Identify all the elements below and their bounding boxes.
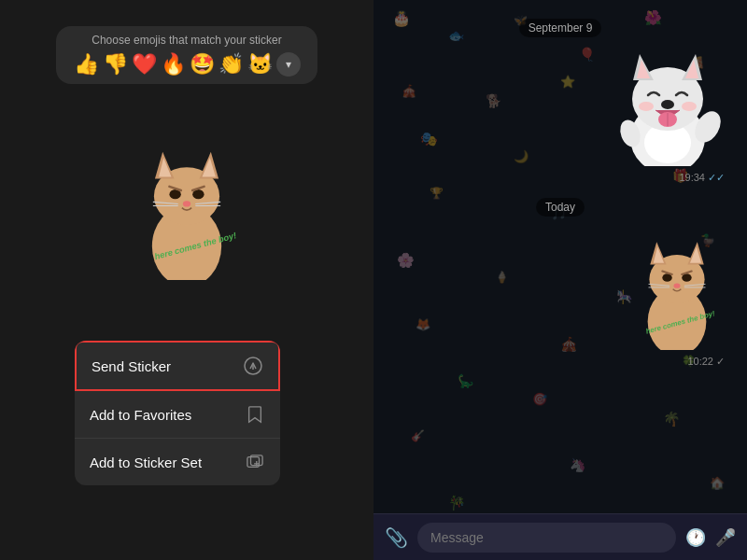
husky-message: 19:34 ✓✓ — [392, 45, 728, 184]
svg-point-10 — [183, 201, 190, 206]
mic-icon[interactable]: 🎤 — [715, 527, 736, 548]
emoji-heart[interactable]: ❤️ — [132, 52, 157, 77]
context-menu: Send Sticker Add to Favorites Add to Sti… — [75, 341, 280, 485]
emoji-picker-label: Choose emojis that match your sticker — [92, 34, 281, 47]
emoji-cat[interactable]: 🐱 — [247, 52, 273, 77]
svg-point-33 — [682, 102, 697, 111]
message-input[interactable] — [417, 523, 676, 553]
svg-point-32 — [639, 102, 654, 111]
emoji-picker[interactable]: Choose emojis that match your sticker 👍 … — [56, 26, 317, 84]
add-to-sticker-set-icon — [245, 452, 265, 472]
chat-area: September 9 — [374, 0, 747, 513]
cat-message: here comes the boy! 10:22 ✓ — [392, 224, 728, 368]
add-to-sticker-set-item[interactable]: Add to Sticker Set — [75, 439, 280, 485]
cat-sticker-svg: here comes the boy! — [131, 131, 243, 280]
send-sticker-label: Send Sticker — [92, 358, 171, 374]
husky-sticker-svg — [607, 45, 728, 166]
cat-sticker-chat-container: here comes the boy! — [626, 224, 728, 354]
date-badge-september: September 9 — [383, 19, 738, 35]
attach-icon[interactable]: 📎 — [385, 526, 408, 549]
send-sticker-item[interactable]: Send Sticker — [75, 341, 280, 391]
chat-input-bar: 📎 🕐 🎤 — [374, 513, 747, 560]
cat-message-ticks: ✓ — [716, 356, 725, 367]
add-to-favorites-label: Add to Favorites — [90, 407, 191, 423]
cat-sticker-preview: here comes the boy! — [131, 131, 243, 280]
left-panel: Choose emojis that match your sticker 👍 … — [0, 0, 374, 560]
emoji-clap[interactable]: 👏 — [218, 52, 244, 77]
emoji-star-struck[interactable]: 🤩 — [190, 52, 215, 77]
add-to-favorites-icon — [245, 404, 265, 425]
emoji-fire[interactable]: 🔥 — [161, 52, 186, 77]
send-sticker-icon — [243, 356, 263, 376]
add-to-sticker-set-label: Add to Sticker Set — [90, 455, 202, 470]
svg-point-29 — [661, 100, 674, 109]
cat-sticker-chat-svg: here comes the boy! — [626, 224, 728, 350]
date-badge-today: Today — [383, 198, 738, 215]
right-panel: 🎂 🐟 🦋 🎈 🌺 🍕 🎪 🐕 ⭐ 🏖 🎭 🌙 🎁 🏆 🎵 🦆 🌸 🍦 🎠 🦊 … — [374, 0, 747, 560]
husky-message-ticks: ✓✓ — [708, 172, 725, 183]
emoji-thumbs-down[interactable]: 👎 — [103, 52, 128, 77]
svg-point-46 — [674, 284, 681, 288]
cat-message-time: 10:22 ✓ — [687, 356, 728, 368]
emoji-clock-icon[interactable]: 🕐 — [685, 527, 706, 548]
emoji-dropdown-button[interactable]: ▾ — [276, 52, 301, 77]
add-to-favorites-item[interactable]: Add to Favorites — [75, 391, 280, 439]
emoji-row: 👍 👎 ❤️ 🔥 🤩 👏 🐱 ▾ — [74, 52, 301, 77]
husky-sticker-container — [607, 45, 728, 170]
emoji-thumbs-up[interactable]: 👍 — [74, 52, 99, 77]
husky-message-time: 19:34 ✓✓ — [679, 172, 728, 184]
